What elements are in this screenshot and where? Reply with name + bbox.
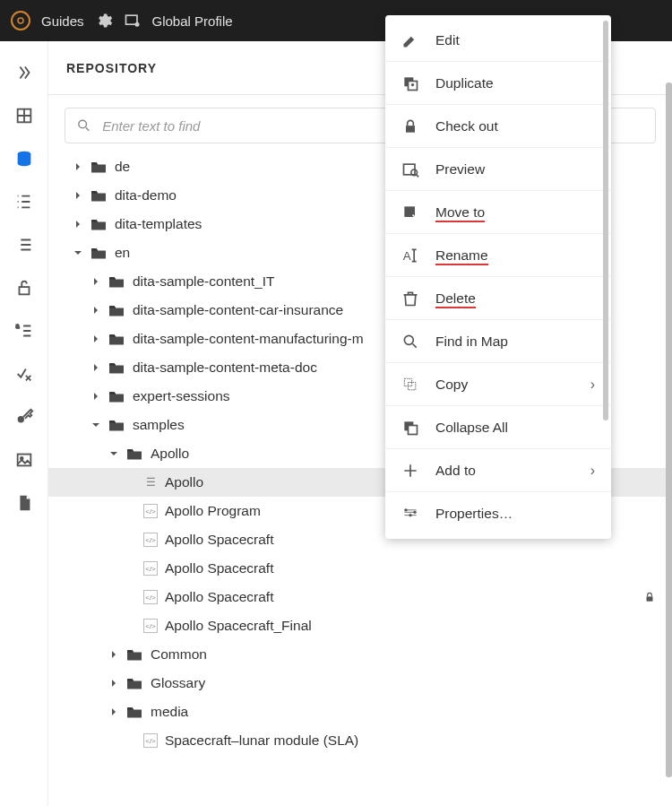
ctx-edit[interactable]: Edit bbox=[385, 19, 611, 62]
svg-text:a: a bbox=[15, 323, 19, 329]
file-icon[interactable] bbox=[14, 493, 34, 513]
ctx-label: Add to bbox=[435, 463, 574, 479]
tree-row[interactable]: Common bbox=[48, 640, 672, 669]
scrollbar[interactable] bbox=[666, 82, 672, 777]
ctx-find-in-map[interactable]: Find in Map bbox=[385, 320, 611, 363]
context-menu: Edit Duplicate Check out Preview Move to… bbox=[385, 15, 611, 539]
ctx-move-to[interactable]: Move to bbox=[385, 191, 611, 234]
profile-icon[interactable] bbox=[124, 12, 142, 30]
svg-rect-11 bbox=[647, 596, 653, 601]
rename-icon: A bbox=[401, 247, 419, 264]
tree-row[interactable]: </>Apollo Spacecraft bbox=[48, 583, 672, 611]
ctx-label: Rename bbox=[435, 247, 595, 264]
repository-icon[interactable] bbox=[14, 149, 34, 169]
props-icon bbox=[401, 505, 419, 523]
image-icon[interactable] bbox=[14, 450, 34, 470]
copy-icon bbox=[401, 376, 419, 394]
ctx-add-to[interactable]: Add to › bbox=[385, 449, 611, 492]
svg-point-2 bbox=[134, 22, 139, 27]
ctx-label: Move to bbox=[435, 204, 595, 221]
left-rail: a bbox=[0, 41, 48, 806]
expand-rail-icon[interactable] bbox=[14, 63, 34, 82]
svg-text:A: A bbox=[403, 249, 411, 263]
profile-label: Global Profile bbox=[152, 13, 233, 29]
pencil-icon bbox=[401, 31, 419, 49]
ctx-label: Find in Map bbox=[435, 334, 595, 350]
lock-icon bbox=[401, 117, 419, 135]
lock-open-icon[interactable] bbox=[14, 278, 34, 298]
chevron-right-icon: › bbox=[590, 377, 595, 393]
tree-row[interactable]: media bbox=[48, 698, 672, 726]
svg-point-0 bbox=[18, 18, 23, 23]
app-name: Guides bbox=[41, 13, 84, 29]
svg-point-19 bbox=[404, 335, 413, 344]
ctx-check-out[interactable]: Check out bbox=[385, 105, 611, 148]
collapse-icon bbox=[401, 419, 419, 437]
validate-icon[interactable] bbox=[14, 364, 34, 384]
tree-label: Glossary bbox=[151, 675, 672, 691]
ctx-collapse-all[interactable]: Collapse All bbox=[385, 406, 611, 449]
ctx-preview[interactable]: Preview bbox=[385, 148, 611, 191]
ctx-label: Edit bbox=[435, 32, 595, 48]
tree-label: Apollo Spacecraft bbox=[165, 560, 672, 576]
ctx-label: Delete bbox=[435, 290, 595, 307]
svg-rect-8 bbox=[17, 455, 30, 466]
context-menu-scrollbar[interactable] bbox=[603, 21, 608, 420]
preview-icon bbox=[401, 160, 419, 178]
move-icon bbox=[401, 204, 419, 221]
tree-label: Apollo Spacecraft_Final bbox=[165, 618, 672, 634]
tree-row[interactable]: Glossary bbox=[48, 669, 672, 698]
outline-numbered-icon[interactable]: a bbox=[14, 321, 34, 341]
search-icon bbox=[76, 117, 91, 134]
tree-label: Common bbox=[151, 646, 672, 663]
trash-icon bbox=[401, 290, 419, 308]
svg-point-10 bbox=[79, 120, 87, 128]
dup-icon bbox=[401, 74, 419, 92]
tree-label: Apollo Spacecraft bbox=[165, 589, 636, 605]
ctx-copy[interactable]: Copy › bbox=[385, 363, 611, 406]
ctx-label: Duplicate bbox=[435, 75, 595, 91]
ctx-label: Copy bbox=[435, 377, 574, 393]
ctx-properties-[interactable]: Properties… bbox=[385, 492, 611, 535]
tree-label: media bbox=[151, 704, 672, 720]
list-indent-icon[interactable] bbox=[14, 192, 34, 212]
ctx-label: Properties… bbox=[435, 506, 595, 522]
app-logo-icon bbox=[11, 11, 30, 30]
svg-rect-14 bbox=[406, 126, 415, 133]
gear-icon[interactable] bbox=[95, 12, 113, 30]
tree-row[interactable]: </>Apollo Spacecraft bbox=[48, 554, 672, 583]
svg-point-7 bbox=[17, 416, 23, 422]
tree-row[interactable]: </>Apollo Spacecraft_Final bbox=[48, 611, 672, 640]
key-icon[interactable] bbox=[14, 407, 34, 427]
ctx-label: Preview bbox=[435, 161, 595, 178]
svg-rect-5 bbox=[19, 287, 29, 294]
ctx-label: Check out bbox=[435, 118, 595, 134]
chevron-right-icon: › bbox=[590, 463, 595, 479]
ctx-duplicate[interactable]: Duplicate bbox=[385, 62, 611, 105]
list-icon[interactable] bbox=[14, 235, 34, 255]
add-icon bbox=[401, 462, 419, 480]
svg-rect-23 bbox=[409, 425, 418, 434]
ctx-delete[interactable]: Delete bbox=[385, 277, 611, 320]
grid-icon[interactable] bbox=[14, 106, 34, 126]
search-icon bbox=[401, 333, 419, 351]
tree-label: Spacecraft–lunar module (SLA) bbox=[165, 732, 672, 749]
tree-row[interactable]: </>Spacecraft–lunar module (SLA) bbox=[48, 726, 672, 755]
ctx-rename[interactable]: A Rename bbox=[385, 234, 611, 277]
ctx-label: Collapse All bbox=[435, 420, 595, 436]
